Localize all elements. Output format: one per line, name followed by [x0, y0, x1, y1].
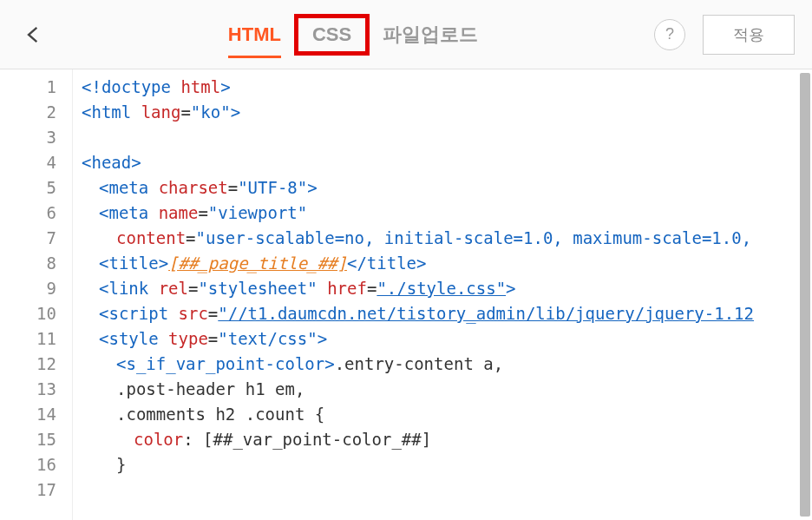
code-line: content="user-scalable=no, initial-scale… — [82, 226, 812, 251]
code-line: <script src="//t1.daumcdn.net/tistory_ad… — [82, 301, 812, 326]
scrollbar-vertical[interactable] — [800, 73, 810, 517]
code-line: } — [82, 452, 812, 477]
line-number: 11 — [0, 326, 56, 352]
line-number: 3 — [0, 125, 56, 150]
code-line: <style type="text/css"> — [82, 326, 812, 352]
code-line: .post-header h1 em, — [82, 377, 812, 402]
code-line: <meta charset="UTF-8"> — [82, 175, 812, 201]
line-number: 5 — [0, 175, 56, 201]
right-controls: ? 적용 — [654, 15, 795, 55]
line-gutter: 1234567891011121314151617 — [0, 69, 73, 520]
line-number: 16 — [0, 452, 56, 477]
line-number: 2 — [0, 100, 56, 125]
line-number: 9 — [0, 276, 56, 301]
code-line: <html lang="ko"> — [82, 100, 812, 125]
tab-css[interactable]: CSS — [297, 16, 367, 53]
code-line: <meta name="viewport" — [82, 201, 812, 226]
code-line: <title>[##_page_title_##]</title> — [82, 251, 812, 276]
help-button[interactable]: ? — [654, 19, 685, 50]
line-number: 4 — [0, 150, 56, 175]
code-line: color: [##_var_point-color_##] — [82, 427, 812, 452]
toolbar: HTML CSS 파일업로드 ? 적용 — [0, 0, 812, 69]
code-line: <s_if_var_point-color>.entry-content a, — [82, 352, 812, 377]
line-number: 7 — [0, 226, 56, 251]
line-number: 6 — [0, 201, 56, 226]
tab-html[interactable]: HTML — [213, 16, 297, 53]
code-content[interactable]: <!doctype html><html lang="ko"> <head><m… — [73, 69, 812, 520]
tabs: HTML CSS 파일업로드 — [52, 15, 654, 55]
tab-upload[interactable]: 파일업로드 — [367, 15, 494, 55]
arrow-left-icon — [23, 23, 47, 47]
line-number: 14 — [0, 402, 56, 427]
code-editor[interactable]: 1234567891011121314151617 <!doctype html… — [0, 69, 812, 520]
code-line — [82, 125, 812, 150]
code-line: <link rel="stylesheet" href="./style.css… — [82, 276, 812, 301]
line-number: 15 — [0, 427, 56, 452]
code-line — [82, 477, 812, 503]
code-line: <!doctype html> — [82, 75, 812, 100]
line-number: 17 — [0, 477, 56, 503]
code-line: .comments h2 .count { — [82, 402, 812, 427]
line-number: 13 — [0, 377, 56, 402]
apply-button[interactable]: 적용 — [703, 15, 795, 55]
back-button[interactable] — [17, 17, 52, 52]
line-number: 8 — [0, 251, 56, 276]
line-number: 12 — [0, 352, 56, 377]
code-line: <head> — [82, 150, 812, 175]
line-number: 10 — [0, 301, 56, 326]
line-number: 1 — [0, 75, 56, 100]
